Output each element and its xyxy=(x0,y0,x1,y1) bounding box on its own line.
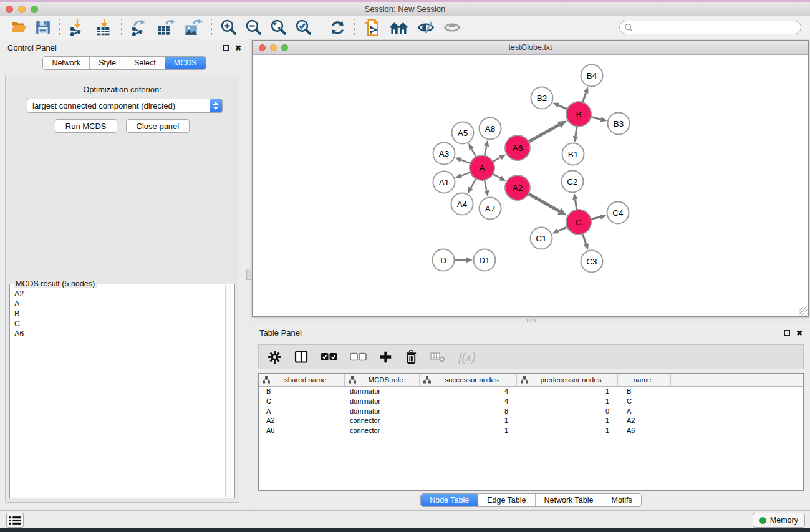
node-B3[interactable]: B3 xyxy=(608,113,630,135)
node-D[interactable]: D xyxy=(433,249,455,271)
export-network-button[interactable] xyxy=(126,17,152,38)
import-table-button[interactable] xyxy=(90,17,117,38)
float-panel-icon[interactable] xyxy=(784,330,790,336)
node-A6[interactable]: A6 xyxy=(505,135,530,160)
table-row[interactable]: A2connector11A2 xyxy=(259,416,803,426)
edge-B-B3[interactable] xyxy=(591,117,607,122)
close-window-button[interactable] xyxy=(6,6,13,13)
export-table-button[interactable] xyxy=(152,17,180,38)
search-box[interactable] xyxy=(619,21,801,34)
column-header-shared-name[interactable]: shared name xyxy=(259,374,345,386)
node-C[interactable]: C xyxy=(566,210,591,235)
edge-A-A5[interactable] xyxy=(468,143,476,157)
edge-B-B4[interactable] xyxy=(582,87,588,102)
tab-edge-table[interactable]: Edge Table xyxy=(478,494,534,506)
table-row[interactable]: Bdominator41B xyxy=(259,387,803,397)
network-file-button[interactable] xyxy=(359,17,385,38)
table-row[interactable]: Adominator80A xyxy=(259,407,803,417)
mcds-result-item[interactable]: B xyxy=(14,309,225,319)
edge-C-C4[interactable] xyxy=(591,215,606,220)
select-all-button[interactable] xyxy=(321,352,337,361)
edge-C-C2[interactable] xyxy=(572,193,577,210)
node-C4[interactable]: C4 xyxy=(607,202,629,224)
edge-A-A1[interactable] xyxy=(455,172,471,178)
node-A8[interactable]: A8 xyxy=(480,118,501,140)
node-C2[interactable]: C2 xyxy=(562,171,584,193)
save-session-button[interactable] xyxy=(31,17,55,38)
add-column-button[interactable] xyxy=(379,351,392,364)
node-B4[interactable]: B4 xyxy=(581,65,603,87)
column-header-successor-nodes[interactable]: successor nodes xyxy=(420,374,517,386)
tab-node-table[interactable]: Node Table xyxy=(421,494,478,506)
node-A7[interactable]: A7 xyxy=(480,198,501,220)
table-row[interactable]: Cdominator41C xyxy=(259,397,803,407)
memory-button[interactable]: Memory xyxy=(753,513,805,528)
edge-A-A3[interactable] xyxy=(455,157,471,163)
network-graph[interactable]: ABCA2A6A1A3A4A5A7A8B1B2B3B4C1C2C3C4DD1 xyxy=(253,55,808,316)
mcds-result-item[interactable]: C xyxy=(14,319,225,329)
network-window-titlebar[interactable]: testGlobe.txt xyxy=(253,41,808,55)
search-input[interactable] xyxy=(634,22,801,33)
node-A5[interactable]: A5 xyxy=(452,122,474,144)
show-column-panel-button[interactable] xyxy=(294,350,308,364)
zoom-out-button[interactable] xyxy=(241,17,266,38)
tab-network[interactable]: Network xyxy=(43,57,89,69)
maximize-window-button[interactable] xyxy=(281,44,288,51)
node-C3[interactable]: C3 xyxy=(581,251,603,273)
edge-A-A4[interactable] xyxy=(468,179,476,194)
close-window-button[interactable] xyxy=(259,44,266,51)
node-A4[interactable]: A4 xyxy=(451,193,473,215)
edge-C-C1[interactable] xyxy=(552,227,567,233)
table-row[interactable]: A6connector11A6 xyxy=(259,426,803,436)
float-panel-icon[interactable] xyxy=(223,45,229,51)
table-settings-button[interactable] xyxy=(268,350,282,364)
tab-network-table[interactable]: Network Table xyxy=(535,494,602,506)
node-B1[interactable]: B1 xyxy=(562,143,584,165)
column-header-MCDS-role[interactable]: MCDS role xyxy=(345,374,420,386)
tab-motifs[interactable]: Motifs xyxy=(602,494,640,506)
show-panel-list-button[interactable] xyxy=(6,513,24,528)
optimization-criterion-select[interactable]: largest connected component (directed) xyxy=(27,99,223,113)
delete-table-button[interactable] xyxy=(430,351,446,363)
run-mcds-button[interactable]: Run MCDS xyxy=(55,119,117,133)
hide-labels-button[interactable] xyxy=(413,17,439,38)
zoom-selected-button[interactable] xyxy=(291,17,316,38)
node-A3[interactable]: A3 xyxy=(433,143,455,165)
import-network-button[interactable] xyxy=(64,17,90,38)
window-resize-grip[interactable] xyxy=(799,307,808,316)
column-header-name[interactable]: name xyxy=(618,374,671,386)
mcds-result-item[interactable]: A2 xyxy=(14,289,225,299)
edge-B-B2[interactable] xyxy=(552,103,567,109)
edge-A-A8[interactable] xyxy=(484,140,489,156)
split-divider-handle-vertical[interactable] xyxy=(246,269,251,280)
node-A1[interactable]: A1 xyxy=(433,172,455,193)
close-panel-button[interactable]: Close panel xyxy=(126,119,190,133)
close-panel-icon[interactable]: ✖ xyxy=(235,45,241,51)
edge-D-D1[interactable] xyxy=(455,258,473,263)
zoom-fit-button[interactable] xyxy=(266,17,291,38)
maximize-window-button[interactable] xyxy=(31,6,38,13)
split-divider-handle-horizontal[interactable] xyxy=(527,319,536,322)
node-B2[interactable]: B2 xyxy=(531,87,553,109)
edge-A-A2[interactable] xyxy=(493,174,506,181)
minimize-window-button[interactable] xyxy=(18,6,26,13)
node-C1[interactable]: C1 xyxy=(531,228,552,249)
mcds-result-item[interactable]: A6 xyxy=(14,329,225,339)
tab-mcds[interactable]: MCDS xyxy=(165,57,206,69)
node-A[interactable]: A xyxy=(470,155,494,180)
home-button[interactable] xyxy=(385,17,413,38)
close-panel-icon[interactable]: ✖ xyxy=(796,330,803,336)
unselect-all-button[interactable] xyxy=(350,352,367,361)
edge-A6-B[interactable] xyxy=(529,120,567,142)
delete-column-button[interactable] xyxy=(405,350,418,364)
node-A2[interactable]: A2 xyxy=(505,175,530,200)
network-canvas[interactable]: ABCA2A6A1A3A4A5A7A8B1B2B3B4C1C2C3C4DD1 xyxy=(253,55,808,316)
node-D1[interactable]: D1 xyxy=(474,249,496,271)
tab-select[interactable]: Select xyxy=(125,57,165,69)
mcds-list-scrollbar[interactable] xyxy=(225,285,234,497)
show-eye-button[interactable] xyxy=(439,17,465,38)
minimize-window-button[interactable] xyxy=(270,44,277,51)
edge-A-A7[interactable] xyxy=(484,180,489,197)
edge-C-C3[interactable] xyxy=(582,234,589,250)
edge-A2-C[interactable] xyxy=(528,194,567,216)
